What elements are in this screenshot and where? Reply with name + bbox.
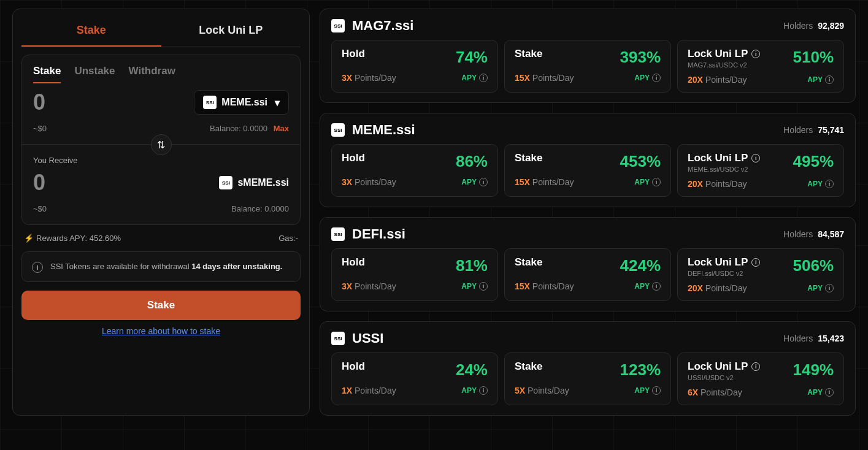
ssi-icon: SSI	[331, 123, 345, 137]
action-hold[interactable]: Hold 81% 3X Points/Day APY i	[331, 248, 498, 301]
asset-name: SSI MEME.ssi	[331, 122, 415, 138]
inner-tab-stake[interactable]: Stake	[33, 65, 61, 83]
action-hold[interactable]: Hold 74% 3X Points/Day APY i	[331, 40, 498, 93]
receive-label: You Receive	[33, 156, 289, 165]
points-per-day: 6X Points/Day	[688, 387, 742, 397]
action-title: Lock Uni LP i	[688, 152, 760, 164]
learn-more-link[interactable]: Learn more about how to stake	[21, 326, 301, 336]
points-per-day: 15X Points/Day	[515, 177, 574, 187]
action-lock[interactable]: Lock Uni LP i MAG7.ssi/USDC v2 510% 20X …	[677, 40, 844, 93]
asset-name: SSI DEFI.ssi	[331, 226, 405, 242]
info-icon[interactable]: i	[479, 178, 488, 186]
holders-count: Holders 92,829	[783, 21, 844, 31]
info-icon[interactable]: i	[751, 362, 760, 371]
max-button[interactable]: Max	[274, 124, 289, 133]
stake-button[interactable]: Stake	[21, 291, 301, 320]
info-icon[interactable]: i	[479, 282, 488, 291]
action-title: Stake	[515, 152, 542, 164]
action-title: Lock Uni LP i	[688, 48, 760, 60]
token-select[interactable]: SSI MEME.ssi ▾	[194, 90, 289, 115]
asset-card: SSI DEFI.ssi Holders 84,587 Hold 81% 3X …	[320, 217, 856, 311]
tab-lock-uni-lp[interactable]: Lock Uni LP	[161, 15, 301, 47]
ssi-icon: SSI	[331, 332, 345, 345]
points-per-day: 3X Points/Day	[342, 73, 396, 83]
info-icon[interactable]: i	[751, 258, 760, 267]
amount-usd: ~$0	[33, 124, 47, 133]
apy-label: APY i	[634, 282, 661, 291]
apy-value: 81%	[456, 256, 488, 275]
points-per-day: 20X Points/Day	[688, 283, 747, 293]
info-icon[interactable]: i	[825, 180, 834, 188]
points-per-day: 3X Points/Day	[342, 177, 396, 187]
asset-card: SSI MAG7.ssi Holders 92,829 Hold 74% 3X …	[320, 9, 856, 103]
receive-usd: ~$0	[33, 204, 47, 213]
apy-value: 24%	[456, 360, 488, 379]
action-lock[interactable]: Lock Uni LP i MEME.ssi/USDC v2 495% 20X …	[677, 144, 844, 197]
action-stake[interactable]: Stake 424% 15X Points/Day APY i	[504, 248, 671, 301]
info-icon[interactable]: i	[825, 75, 834, 84]
info-icon[interactable]: i	[825, 284, 834, 292]
tab-stake[interactable]: Stake	[21, 15, 161, 47]
points-per-day: 15X Points/Day	[515, 281, 574, 291]
action-title: Hold	[342, 360, 365, 373]
info-icon[interactable]: i	[652, 386, 661, 395]
apy-value: 424%	[620, 256, 661, 275]
action-title: Stake	[515, 256, 542, 269]
info-icon[interactable]: i	[825, 388, 834, 397]
lightning-icon: ⚡	[24, 234, 34, 243]
asset-card: SSI MEME.ssi Holders 75,741 Hold 86% 3X …	[320, 113, 856, 207]
ssi-icon: SSI	[219, 176, 232, 189]
asset-name: SSI USSI	[331, 330, 383, 346]
lock-pair: MAG7.ssi/USDC v2	[688, 61, 760, 69]
action-lock[interactable]: Lock Uni LP i DEFI.ssi/USDC v2 506% 20X …	[677, 248, 844, 301]
points-per-day: 3X Points/Day	[342, 281, 396, 291]
receive-amount: 0	[33, 170, 45, 196]
apy-label: APY i	[461, 282, 488, 291]
swap-direction-button[interactable]: ⇅	[151, 134, 172, 155]
lock-pair: USSI/USDC v2	[688, 374, 760, 381]
action-hold[interactable]: Hold 24% 1X Points/Day APY i	[331, 353, 498, 405]
lock-pair: DEFI.ssi/USDC v2	[688, 270, 760, 277]
info-icon[interactable]: i	[652, 178, 661, 186]
chevron-down-icon: ▾	[275, 97, 280, 109]
asset-name: SSI MAG7.ssi	[331, 18, 413, 34]
apy-label: APY i	[807, 284, 834, 292]
apy-label: APY i	[461, 74, 488, 82]
apy-label: APY i	[634, 74, 661, 82]
ssi-icon: SSI	[331, 227, 345, 241]
action-title: Hold	[342, 48, 365, 60]
apy-value: 506%	[793, 256, 834, 275]
info-icon[interactable]: i	[652, 282, 661, 291]
action-hold[interactable]: Hold 86% 3X Points/Day APY i	[331, 144, 498, 197]
holders-count: Holders 15,423	[783, 334, 844, 343]
apy-label: APY i	[807, 388, 834, 397]
ssi-icon: SSI	[331, 19, 345, 32]
info-icon[interactable]: i	[479, 74, 488, 82]
inner-tab-withdraw[interactable]: Withdraw	[129, 65, 175, 83]
action-title: Lock Uni LP i	[688, 360, 760, 373]
action-title: Hold	[342, 256, 365, 269]
info-icon[interactable]: i	[751, 50, 760, 58]
action-lock[interactable]: Lock Uni LP i USSI/USDC v2 149% 6X Point…	[677, 353, 844, 405]
token-label: MEME.ssi	[221, 97, 267, 108]
info-icon[interactable]: i	[652, 74, 661, 82]
action-stake[interactable]: Stake 393% 15X Points/Day APY i	[504, 40, 671, 93]
inner-tab-unstake[interactable]: Unstake	[74, 65, 115, 83]
apy-label: APY i	[807, 180, 834, 188]
action-title: Stake	[515, 48, 542, 60]
apy-label: APY i	[634, 178, 661, 186]
action-title: Lock Uni LP i	[688, 256, 760, 269]
gas-label: Gas:-	[278, 234, 298, 243]
apy-label: APY i	[461, 178, 488, 186]
apy-value: 74%	[456, 48, 488, 67]
info-icon[interactable]: i	[479, 386, 488, 395]
points-per-day: 20X Points/Day	[688, 179, 747, 189]
amount-input[interactable]: 0	[33, 90, 45, 115]
action-title: Hold	[342, 152, 365, 164]
action-stake[interactable]: Stake 453% 15X Points/Day APY i	[504, 144, 671, 197]
action-stake[interactable]: Stake 123% 5X Points/Day APY i	[504, 353, 671, 405]
apy-label: APY i	[807, 75, 834, 84]
info-icon[interactable]: i	[751, 154, 760, 162]
points-per-day: 20X Points/Day	[688, 75, 747, 85]
asset-card: SSI USSI Holders 15,423 Hold 24% 1X Poin…	[320, 321, 856, 416]
